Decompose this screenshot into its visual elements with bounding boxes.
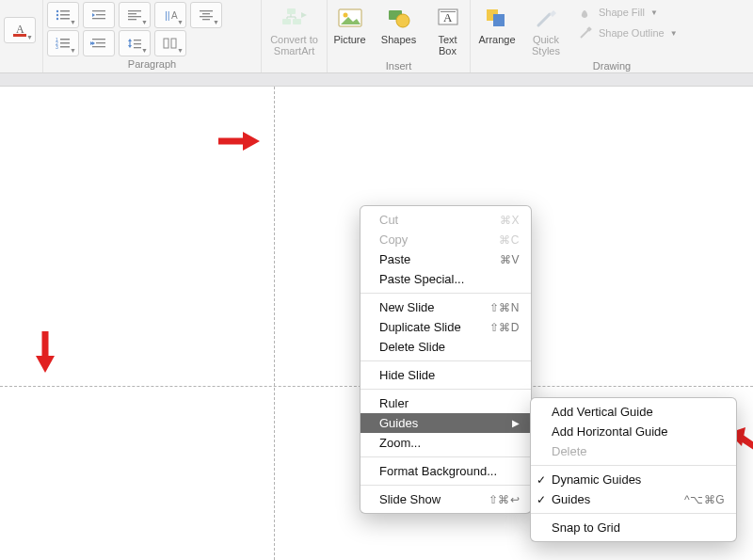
annotation-arrow-right bbox=[215, 130, 262, 152]
text-direction-button[interactable]: || A ▼ bbox=[154, 2, 186, 28]
svg-text:A: A bbox=[443, 10, 453, 24]
picture-icon bbox=[336, 4, 364, 32]
ribbon-group-drawing: Arrange QuickStyles Shape Fill ▼ bbox=[471, 0, 753, 72]
svg-rect-31 bbox=[134, 43, 141, 44]
svg-point-49 bbox=[396, 14, 409, 27]
svg-marker-21 bbox=[92, 41, 95, 45]
svg-rect-15 bbox=[96, 14, 105, 15]
ribbon-toolbar: A ▼ ▼ 1 2 bbox=[0, 0, 753, 73]
font-color-button[interactable]: A ▼ bbox=[4, 17, 36, 43]
svg-text:A: A bbox=[16, 23, 24, 36]
columns-button[interactable]: ▼ bbox=[154, 30, 186, 56]
svg-point-46 bbox=[343, 13, 347, 18]
svg-marker-16 bbox=[92, 13, 95, 17]
ribbon-group-label-paragraph: Paragraph bbox=[47, 56, 257, 73]
menu-separator bbox=[360, 293, 531, 294]
guides-submenu: Add Vertical Guide Add Horizontal Guide … bbox=[530, 397, 737, 542]
svg-rect-18 bbox=[92, 39, 105, 40]
context-menu: Cut ⌘X Copy ⌘C Paste ⌘V Paste Special...… bbox=[360, 205, 532, 514]
shape-fill-button[interactable]: Shape Fill ▼ bbox=[572, 2, 683, 23]
svg-rect-3 bbox=[60, 10, 70, 12]
svg-rect-13 bbox=[60, 46, 70, 48]
svg-rect-24 bbox=[128, 13, 136, 14]
menu-item-slide-show[interactable]: Slide Show ⇧⌘↩ bbox=[360, 489, 531, 509]
shape-outline-icon bbox=[578, 25, 593, 40]
svg-rect-42 bbox=[282, 19, 291, 24]
svg-rect-14 bbox=[92, 10, 105, 11]
decrease-indent-button[interactable] bbox=[83, 2, 115, 28]
shape-outline-button[interactable]: Shape Outline ▼ bbox=[572, 23, 683, 43]
svg-rect-39 bbox=[200, 16, 213, 17]
menu-item-new-slide[interactable]: New Slide ⇧⌘N bbox=[360, 297, 531, 317]
numbering-button[interactable]: 1 2 3 ▼ bbox=[47, 30, 79, 56]
menu-item-duplicate-slide[interactable]: Duplicate Slide ⇧⌘D bbox=[360, 317, 531, 337]
svg-rect-35 bbox=[164, 39, 168, 48]
svg-rect-11 bbox=[60, 42, 70, 44]
svg-rect-43 bbox=[293, 19, 301, 24]
svg-rect-23 bbox=[128, 10, 141, 11]
menu-item-copy[interactable]: Copy ⌘C bbox=[360, 230, 531, 249]
svg-rect-1 bbox=[13, 34, 26, 37]
menu-separator bbox=[531, 465, 736, 466]
menu-separator bbox=[360, 389, 531, 390]
align-left-button[interactable]: ▼ bbox=[119, 2, 151, 28]
quick-styles-icon bbox=[532, 4, 560, 32]
line-spacing-button[interactable]: ▼ bbox=[119, 30, 151, 56]
insert-textbox-button[interactable]: A TextBox bbox=[425, 2, 471, 58]
insert-picture-button[interactable]: Picture bbox=[328, 2, 373, 47]
bullets-button[interactable]: ▼ bbox=[47, 2, 79, 28]
arrange-button[interactable]: Arrange bbox=[474, 2, 520, 47]
svg-rect-7 bbox=[60, 18, 70, 20]
menu-item-cut[interactable]: Cut ⌘X bbox=[360, 210, 531, 230]
svg-text:3: 3 bbox=[56, 44, 58, 50]
svg-text:||: || bbox=[165, 9, 170, 21]
menu-item-hide-slide[interactable]: Hide Slide bbox=[360, 365, 531, 385]
submenu-item-add-vertical-guide[interactable]: Add Vertical Guide bbox=[531, 402, 736, 422]
svg-marker-57 bbox=[243, 132, 260, 151]
svg-point-4 bbox=[56, 14, 58, 16]
menu-separator bbox=[360, 360, 531, 361]
increase-indent-button[interactable] bbox=[83, 30, 115, 56]
svg-rect-26 bbox=[128, 19, 136, 20]
menu-item-zoom[interactable]: Zoom... bbox=[360, 433, 531, 453]
menu-separator bbox=[360, 485, 531, 486]
svg-rect-5 bbox=[60, 14, 70, 16]
increase-indent-icon bbox=[90, 37, 107, 50]
svg-rect-37 bbox=[200, 10, 213, 11]
vertical-guide[interactable] bbox=[274, 87, 275, 560]
svg-point-6 bbox=[56, 18, 58, 20]
svg-rect-30 bbox=[134, 40, 141, 40]
svg-rect-25 bbox=[128, 16, 141, 17]
submenu-item-add-horizontal-guide[interactable]: Add Horizontal Guide bbox=[531, 422, 736, 441]
text-box-icon: A bbox=[434, 4, 462, 32]
menu-item-paste-special[interactable]: Paste Special... bbox=[360, 269, 531, 289]
svg-rect-38 bbox=[202, 13, 210, 14]
submenu-item-dynamic-guides[interactable]: ✓ Dynamic Guides bbox=[531, 470, 736, 489]
submenu-item-delete[interactable]: Delete bbox=[531, 441, 736, 461]
svg-rect-54 bbox=[493, 14, 505, 26]
ribbon-group-font-fragment: A ▼ bbox=[0, 0, 43, 72]
menu-item-guides[interactable]: Guides ▶ bbox=[360, 413, 531, 433]
canvas-top-edge bbox=[0, 73, 753, 87]
chevron-right-icon: ▶ bbox=[512, 418, 520, 428]
insert-shapes-button[interactable]: Shapes bbox=[376, 2, 422, 47]
menu-separator bbox=[531, 513, 736, 514]
svg-point-2 bbox=[56, 10, 58, 12]
svg-marker-44 bbox=[301, 12, 307, 18]
menu-item-delete-slide[interactable]: Delete Slide bbox=[360, 337, 531, 357]
svg-rect-32 bbox=[134, 47, 141, 48]
menu-item-ruler[interactable]: Ruler bbox=[360, 393, 531, 413]
align-text-button[interactable]: ▼ bbox=[190, 2, 222, 28]
quick-styles-button[interactable]: QuickStyles bbox=[523, 2, 569, 58]
checkmark-icon: ✓ bbox=[537, 493, 546, 506]
ribbon-group-insert: Picture Shapes A bbox=[328, 0, 471, 72]
submenu-item-snap-to-grid[interactable]: Snap to Grid bbox=[531, 518, 736, 537]
submenu-item-guides[interactable]: ✓ Guides ^⌥⌘G bbox=[531, 489, 736, 509]
svg-rect-29 bbox=[129, 40, 130, 46]
menu-item-format-background[interactable]: Format Background... bbox=[360, 461, 531, 481]
convert-to-smartart-button[interactable]: Convert toSmartArt bbox=[266, 2, 322, 58]
menu-item-paste[interactable]: Paste ⌘V bbox=[360, 249, 531, 269]
svg-rect-19 bbox=[96, 42, 105, 43]
svg-rect-22 bbox=[92, 46, 105, 47]
ribbon-group-smartart: Convert toSmartArt bbox=[262, 0, 328, 72]
